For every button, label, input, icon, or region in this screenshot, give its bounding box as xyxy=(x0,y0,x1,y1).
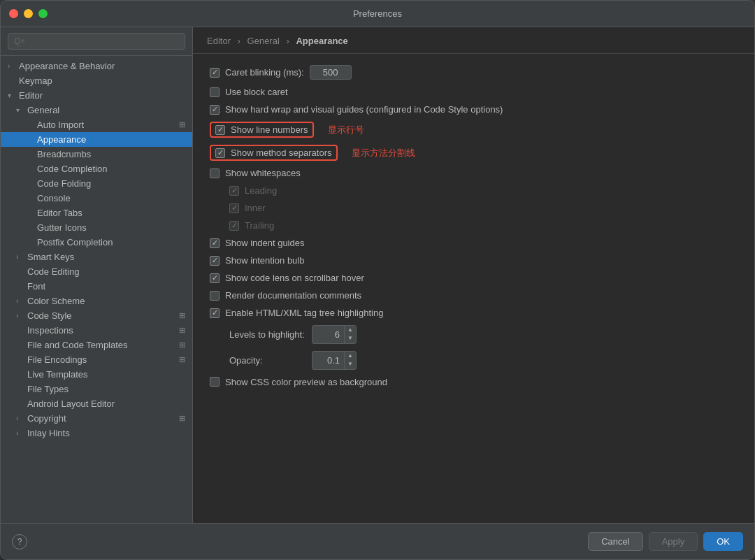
trailing-checkbox[interactable] xyxy=(229,221,239,231)
sidebar-item-editor-tabs[interactable]: Editor Tabs xyxy=(1,206,192,220)
sidebar-item-label: Live Templates xyxy=(27,369,87,380)
opacity-spin-up[interactable]: ▲ xyxy=(345,352,356,360)
leading-checkbox[interactable] xyxy=(229,186,239,196)
show-hard-wrap-label: Show hard wrap and visual guides (config… xyxy=(225,104,503,115)
ok-button[interactable]: OK xyxy=(703,532,743,551)
sidebar-item-keymap[interactable]: Keymap xyxy=(1,73,192,88)
sidebar-item-label: Editor xyxy=(19,90,43,101)
sidebar-item-inlay-hints[interactable]: Inlay Hints xyxy=(1,426,192,440)
copy-icon: ⊞ xyxy=(179,414,185,423)
sidebar-item-android-layout-editor[interactable]: Android Layout Editor xyxy=(1,396,192,411)
breadcrumb-sep1: › xyxy=(238,36,240,46)
show-method-separators-checkbox[interactable] xyxy=(215,148,225,158)
main-content: Appearance & Behavior Keymap Editor Gene… xyxy=(1,27,754,523)
sidebar-item-auto-import[interactable]: Auto Import ⊞ xyxy=(1,117,192,132)
minimize-button[interactable] xyxy=(24,9,33,18)
copy-icon: ⊞ xyxy=(179,120,185,129)
sidebar-item-gutter-icons[interactable]: Gutter Icons xyxy=(1,220,192,235)
sidebar-item-code-folding[interactable]: Code Folding xyxy=(1,176,192,191)
arrow-icon xyxy=(16,415,24,422)
show-hard-wrap-checkbox[interactable] xyxy=(210,105,220,115)
show-intention-bulb-row: Show intention bulb xyxy=(210,255,738,266)
preferences-dialog: Preferences Appearance & Behavior Keymap xyxy=(0,0,755,560)
levels-spin-up[interactable]: ▲ xyxy=(345,326,356,334)
sidebar-item-appearance[interactable]: Appearance xyxy=(1,132,192,147)
window-controls xyxy=(9,9,48,18)
sidebar-item-label: General xyxy=(27,105,59,115)
search-input[interactable] xyxy=(8,33,185,50)
show-code-lens-row: Show code lens on scrollbar hover xyxy=(210,273,738,283)
inner-label: Inner xyxy=(245,203,266,213)
maximize-button[interactable] xyxy=(38,9,48,18)
sidebar-item-live-templates[interactable]: Live Templates xyxy=(1,367,192,382)
use-block-caret-label: Use block caret xyxy=(225,87,288,97)
arrow-icon xyxy=(16,297,24,305)
sidebar-item-console[interactable]: Console xyxy=(1,191,192,206)
sidebar-item-copyright[interactable]: Copyright ⊞ xyxy=(1,411,192,426)
show-css-preview-checkbox[interactable] xyxy=(210,377,220,387)
show-whitespaces-checkbox[interactable] xyxy=(210,168,220,178)
leading-row: Leading xyxy=(210,185,738,196)
trailing-row: Trailing xyxy=(210,220,738,231)
show-method-separators-annotation: 显示方法分割线 xyxy=(352,147,415,159)
caret-blinking-input[interactable] xyxy=(310,65,352,80)
show-whitespaces-label: Show whitespaces xyxy=(225,168,301,178)
sidebar-item-label: File and Code Templates xyxy=(27,340,128,350)
sidebar-item-appearance-behavior[interactable]: Appearance & Behavior xyxy=(1,59,192,73)
show-code-lens-checkbox[interactable] xyxy=(210,273,220,283)
sidebar-item-label: Gutter Icons xyxy=(37,222,87,233)
sidebar-item-editor[interactable]: Editor xyxy=(1,88,192,103)
sidebar-item-postfix-completion[interactable]: Postfix Completion xyxy=(1,235,192,250)
sidebar-item-label: Editor Tabs xyxy=(37,208,82,218)
sidebar-item-label: Appearance & Behavior xyxy=(19,61,115,71)
trailing-label: Trailing xyxy=(245,220,274,231)
copy-icon: ⊞ xyxy=(179,326,185,335)
sidebar-item-code-completion[interactable]: Code Completion xyxy=(1,161,192,176)
show-line-numbers-checkbox[interactable] xyxy=(215,125,225,135)
enable-html-xml-checkbox[interactable] xyxy=(210,308,220,318)
arrow-icon xyxy=(16,312,24,320)
opacity-row: Opacity: ▲ ▼ xyxy=(210,351,738,370)
render-doc-comments-checkbox[interactable] xyxy=(210,291,220,301)
leading-label: Leading xyxy=(245,185,277,196)
sidebar-item-general[interactable]: General xyxy=(1,103,192,117)
opacity-spinner: ▲ ▼ xyxy=(344,352,356,369)
levels-spinner: ▲ ▼ xyxy=(344,326,356,343)
apply-button[interactable]: Apply xyxy=(649,532,698,551)
arrow-icon xyxy=(16,253,24,261)
sidebar-item-label: Breadcrumbs xyxy=(37,149,91,159)
sidebar-item-breadcrumbs[interactable]: Breadcrumbs xyxy=(1,147,192,161)
caret-blinking-checkbox[interactable] xyxy=(210,68,220,78)
copy-icon: ⊞ xyxy=(179,355,185,364)
show-indent-guides-checkbox[interactable] xyxy=(210,238,220,248)
cancel-button[interactable]: Cancel xyxy=(588,532,642,551)
title-bar: Preferences xyxy=(1,1,754,27)
opacity-input[interactable] xyxy=(312,353,344,368)
close-button[interactable] xyxy=(9,9,18,18)
levels-to-highlight-input[interactable] xyxy=(312,327,344,342)
show-intention-bulb-checkbox[interactable] xyxy=(210,256,220,266)
sidebar-item-color-scheme[interactable]: Color Scheme xyxy=(1,294,192,308)
sidebar-item-file-types[interactable]: File Types xyxy=(1,382,192,396)
sidebar-item-label: Console xyxy=(37,193,71,203)
inner-checkbox[interactable] xyxy=(229,203,239,213)
settings-body: Caret blinking (ms): Use block caret Sho… xyxy=(193,54,754,523)
opacity-label: Opacity: xyxy=(229,355,306,366)
help-button[interactable]: ? xyxy=(12,534,27,550)
sidebar-item-file-code-templates[interactable]: File and Code Templates ⊞ xyxy=(1,338,192,352)
show-method-separators-label: Show method separators xyxy=(231,148,332,158)
sidebar-item-smart-keys[interactable]: Smart Keys xyxy=(1,250,192,264)
arrow-icon xyxy=(8,92,16,99)
use-block-caret-checkbox[interactable] xyxy=(210,87,220,97)
sidebar-item-code-editing[interactable]: Code Editing xyxy=(1,264,192,279)
sidebar-item-font[interactable]: Font xyxy=(1,279,192,294)
sidebar-item-file-encodings[interactable]: File Encodings ⊞ xyxy=(1,352,192,367)
sidebar-item-label: Keymap xyxy=(19,76,52,86)
show-line-numbers-row: Show line numbers 显示行号 xyxy=(210,122,738,138)
sidebar-item-label: Android Layout Editor xyxy=(27,399,115,409)
show-method-separators-highlight: Show method separators xyxy=(210,145,338,161)
levels-spin-down[interactable]: ▼ xyxy=(345,334,356,343)
opacity-spin-down[interactable]: ▼ xyxy=(345,360,356,368)
sidebar-item-code-style[interactable]: Code Style ⊞ xyxy=(1,308,192,323)
sidebar-item-inspections[interactable]: Inspections ⊞ xyxy=(1,323,192,338)
